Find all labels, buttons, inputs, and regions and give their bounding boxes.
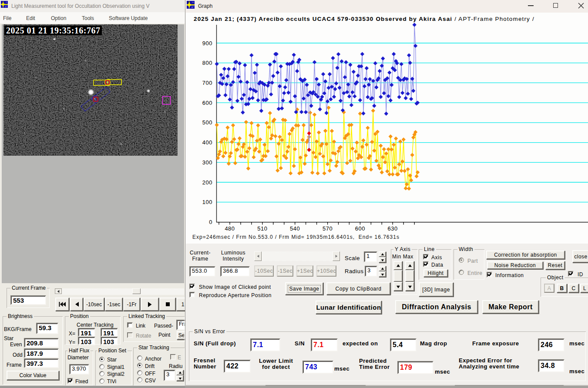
svg-text:800: 800 xyxy=(202,60,212,66)
svg-text:700: 700 xyxy=(202,80,212,86)
svg-text:480: 480 xyxy=(225,225,235,232)
svg-text:600: 600 xyxy=(355,225,365,232)
svg-text:510: 510 xyxy=(257,225,267,232)
svg-text:630: 630 xyxy=(388,225,398,232)
svg-text:2025 Jan 21; (4337) Arecibo oc: 2025 Jan 21; (4337) Arecibo occults UCAC… xyxy=(194,16,534,22)
svg-text:200: 200 xyxy=(202,179,212,186)
svg-text:570: 570 xyxy=(323,225,333,232)
svg-text:100: 100 xyxy=(202,199,212,205)
svg-text:0: 0 xyxy=(209,219,212,225)
svg-text:400: 400 xyxy=(202,139,212,146)
svg-text:500: 500 xyxy=(202,119,212,126)
svg-text:900: 900 xyxy=(202,40,212,47)
svg-text:540: 540 xyxy=(290,225,300,232)
svg-text:600: 600 xyxy=(202,100,212,106)
svg-text:300: 300 xyxy=(202,159,212,166)
